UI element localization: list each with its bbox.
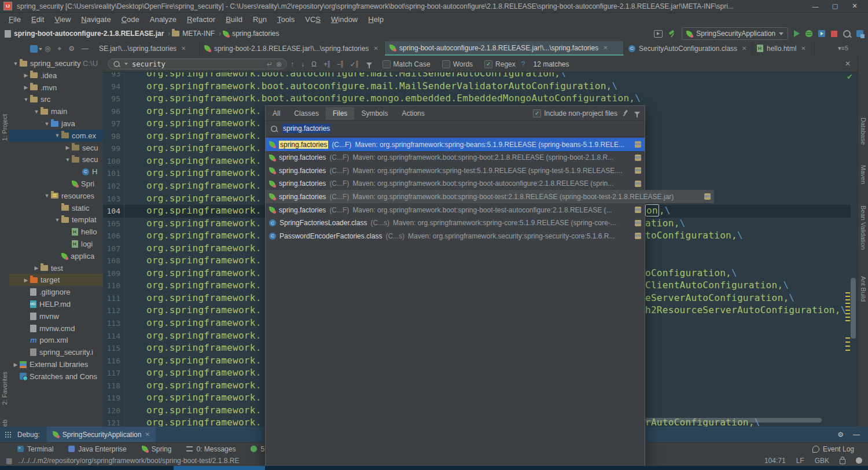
editor-tab[interactable]: hello.html✕	[752, 41, 815, 56]
line-ending[interactable]: LF	[796, 457, 804, 465]
search-filter-icon[interactable]	[366, 63, 372, 66]
clear-search-icon[interactable]: ⊗	[276, 60, 282, 68]
tool-button-bean-validation[interactable]: Bean Validation	[860, 205, 867, 249]
tree-closed-arrow-icon[interactable]: ▶	[23, 85, 29, 90]
os-taskbar[interactable]	[0, 466, 868, 470]
find-match-scroll-mark[interactable]	[845, 317, 850, 318]
tool-button-0-messages[interactable]: 0: Messages	[186, 445, 236, 453]
coverage-button[interactable]	[818, 30, 825, 37]
popup-tab-classes[interactable]: Classes	[287, 107, 326, 120]
event-log-button[interactable]: Event Log	[812, 445, 868, 453]
project-view-selector-icon[interactable]	[30, 45, 38, 53]
menu-file[interactable]: File	[3, 13, 26, 25]
debug-button[interactable]	[806, 30, 812, 37]
close-tab-icon[interactable]: ✕	[181, 45, 186, 52]
project-structure-icon[interactable]	[856, 30, 863, 37]
tree-open-arrow-icon[interactable]: ▼	[65, 157, 71, 163]
close-tab-icon[interactable]: ✕	[801, 45, 806, 52]
menu-run[interactable]: Run	[248, 13, 272, 25]
tree-item-mvnw-cmd[interactable]: mvnw.cmd	[9, 322, 104, 335]
tree-item-spring-security-i[interactable]: spring_security.i	[9, 346, 104, 358]
remove-selection-icon[interactable]: −⫿	[337, 60, 343, 68]
menu-code[interactable]: Code	[116, 13, 145, 25]
find-match-scroll-mark[interactable]	[845, 337, 850, 339]
close-find-bar-icon[interactable]: ✕	[845, 60, 851, 68]
tool-button-terminal[interactable]: Terminal	[17, 445, 53, 453]
tree-item-resources[interactable]: ▼resources	[9, 190, 104, 202]
panel-settings-gear-icon[interactable]: ⚙	[68, 45, 75, 52]
hide-panel-icon[interactable]: —	[82, 45, 89, 52]
lock-icon[interactable]	[840, 459, 845, 464]
close-tab-icon[interactable]: ✕	[742, 45, 746, 52]
close-button[interactable]: ✕	[845, 1, 865, 12]
add-selection-icon[interactable]: +⫿	[323, 60, 330, 68]
tree-item-templat[interactable]: ▼templat	[9, 214, 104, 226]
find-input[interactable]: security ↵ ⊗	[108, 58, 287, 69]
include-non-project-checkbox[interactable]: ✓Include non-project files	[533, 109, 617, 118]
menu-refactor[interactable]: Refactor	[182, 13, 220, 25]
tool-button-java-enterprise[interactable]: Java Enterprise	[68, 445, 126, 453]
find-match-scroll-mark[interactable]	[845, 342, 850, 343]
find-match-scroll-mark[interactable]	[845, 292, 850, 293]
tree-item-static[interactable]: static	[9, 202, 104, 214]
search-popup-input[interactable]: spring.factories	[266, 121, 645, 137]
menu-window[interactable]: Window	[326, 13, 363, 25]
words-checkbox[interactable]: Words	[442, 60, 473, 68]
minimize-button[interactable]: —	[806, 1, 825, 12]
popup-tab-symbols[interactable]: Symbols	[354, 107, 395, 120]
previous-occurrence-icon[interactable]: ↑	[290, 60, 294, 68]
tree-item-scratches-and-cons[interactable]: Scratches and Cons	[9, 370, 104, 383]
tree-open-arrow-icon[interactable]: ▼	[34, 109, 39, 115]
regex-checkbox[interactable]: ✓Regex	[484, 60, 516, 68]
pin-icon[interactable]	[623, 110, 629, 116]
tree-open-arrow-icon[interactable]: ▼	[23, 97, 29, 102]
breadcrumb-item[interactable]: META-INF	[172, 30, 215, 38]
menu-help[interactable]: Help	[363, 13, 389, 25]
taskbar-active-app[interactable]	[174, 466, 265, 470]
tree-item-secu[interactable]: ▼secu	[9, 153, 104, 166]
tree-item-hello[interactable]: hello	[9, 226, 104, 238]
tree-item-help-md[interactable]: HELP.md	[9, 298, 104, 310]
tree-item-src[interactable]: ▼src	[9, 93, 104, 105]
caret-position[interactable]: 104:71	[764, 457, 786, 465]
next-occurrence-icon[interactable]: ↓	[301, 60, 304, 68]
popup-tab-actions[interactable]: Actions	[395, 107, 431, 120]
find-match-scroll-mark[interactable]	[845, 296, 850, 297]
tree-open-arrow-icon[interactable]: ▼	[44, 121, 50, 127]
tree-open-arrow-icon[interactable]: ▼	[54, 217, 60, 223]
tree-item-test[interactable]: ▶test	[9, 262, 104, 274]
tree-closed-arrow-icon[interactable]: ▶	[65, 145, 71, 150]
breadcrumb-item[interactable]: spring.factories	[223, 30, 279, 38]
horizontal-scrollbar[interactable]	[645, 418, 822, 423]
tool-button-maven[interactable]: Maven	[860, 165, 867, 184]
tree-item--mvn[interactable]: ▶.mvn	[9, 82, 104, 94]
debug-settings-gear-icon[interactable]: ⚙	[837, 431, 844, 439]
maximize-button[interactable]: ▢	[825, 1, 845, 12]
find-all-icon[interactable]: Ω	[311, 60, 317, 68]
menu-analyze[interactable]: Analyze	[145, 13, 182, 25]
tree-item-java[interactable]: ▼java	[9, 118, 104, 130]
menu-edit[interactable]: Edit	[26, 13, 49, 25]
search-result-row[interactable]: spring.factories(C...F)Maven: org.spring…	[266, 203, 645, 216]
run-button[interactable]	[794, 30, 800, 37]
find-match-scroll-mark[interactable]	[845, 306, 850, 307]
close-tab-icon[interactable]: ✕	[603, 45, 608, 51]
tree-item-main[interactable]: ▼main	[9, 105, 104, 118]
build-hammer-icon[interactable]	[668, 30, 676, 38]
tree-item-com-ex[interactable]: ▼com.ex	[9, 130, 104, 142]
tree-item-target[interactable]: ▶target	[9, 274, 104, 286]
find-match-scroll-mark[interactable]	[845, 346, 850, 347]
menu-tools[interactable]: Tools	[272, 13, 300, 25]
tree-closed-arrow-icon[interactable]: ▶	[23, 277, 29, 283]
debug-session-tab[interactable]: SpringSecurityApplication ✕	[47, 427, 156, 442]
toolwindow-toggle-icon[interactable]: ▦	[6, 457, 12, 465]
close-tab-icon[interactable]: ✕	[373, 45, 378, 52]
tree-item-external-libraries[interactable]: ▶External Libraries	[9, 358, 104, 370]
search-result-row[interactable]: spring.factories(C...F)Maven: org.spring…	[266, 177, 645, 190]
search-result-row[interactable]: spring.factories(C...F)Maven: org.spring…	[266, 164, 645, 177]
find-match-scroll-mark[interactable]	[845, 303, 850, 304]
close-icon[interactable]: ✕	[145, 431, 149, 438]
tree-open-arrow-icon[interactable]: ▼	[13, 61, 19, 67]
tree-item-mvnw[interactable]: mvnw	[9, 310, 104, 322]
vertical-scrollbar[interactable]	[851, 278, 856, 339]
